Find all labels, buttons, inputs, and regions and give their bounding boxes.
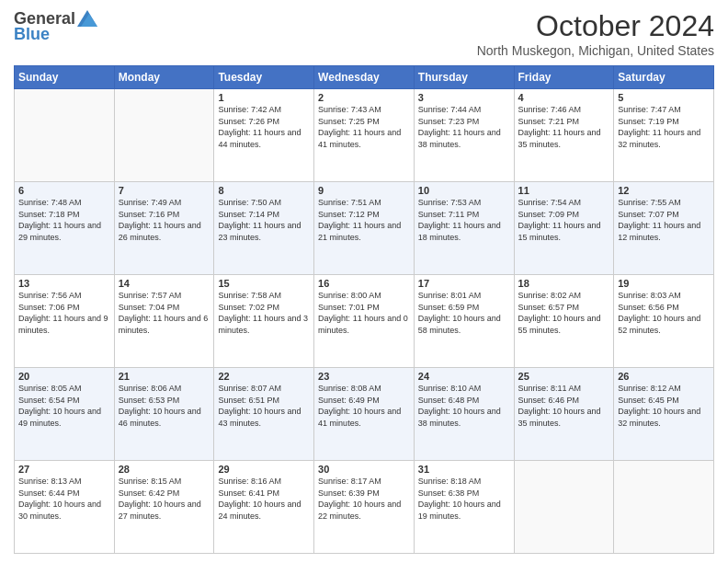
table-row: 28Sunrise: 8:15 AMSunset: 6:42 PMDayligh…	[114, 461, 214, 554]
table-row: 15Sunrise: 7:58 AMSunset: 7:02 PMDayligh…	[214, 275, 314, 368]
logo-icon	[77, 10, 97, 27]
day-number: 7	[119, 185, 210, 196]
month-title: October 2024	[477, 9, 714, 43]
table-row: 25Sunrise: 8:11 AMSunset: 6:46 PMDayligh…	[514, 368, 614, 461]
day-number: 31	[418, 464, 510, 475]
day-info: Sunrise: 8:17 AMSunset: 6:39 PMDaylight:…	[318, 476, 410, 522]
day-number: 2	[318, 92, 410, 103]
calendar-header-row: Sunday Monday Tuesday Wednesday Thursday…	[15, 66, 714, 89]
day-info: Sunrise: 7:42 AMSunset: 7:26 PMDaylight:…	[218, 104, 310, 150]
table-row: 30Sunrise: 8:17 AMSunset: 6:39 PMDayligh…	[314, 461, 415, 554]
table-row: 17Sunrise: 8:01 AMSunset: 6:59 PMDayligh…	[414, 275, 514, 368]
day-number: 9	[318, 185, 410, 196]
table-row	[114, 89, 214, 182]
col-saturday: Saturday	[614, 66, 714, 89]
day-number: 12	[618, 185, 710, 196]
day-info: Sunrise: 7:56 AMSunset: 7:06 PMDaylight:…	[18, 290, 110, 336]
day-info: Sunrise: 7:53 AMSunset: 7:11 PMDaylight:…	[418, 197, 510, 243]
day-info: Sunrise: 8:12 AMSunset: 6:45 PMDaylight:…	[618, 383, 710, 429]
day-info: Sunrise: 8:02 AMSunset: 6:57 PMDaylight:…	[518, 290, 610, 336]
table-row: 18Sunrise: 8:02 AMSunset: 6:57 PMDayligh…	[514, 275, 614, 368]
day-number: 22	[218, 371, 310, 382]
day-info: Sunrise: 8:01 AMSunset: 6:59 PMDaylight:…	[418, 290, 510, 336]
day-info: Sunrise: 8:03 AMSunset: 6:56 PMDaylight:…	[618, 290, 710, 336]
day-info: Sunrise: 8:18 AMSunset: 6:38 PMDaylight:…	[418, 476, 510, 522]
day-number: 15	[218, 278, 310, 289]
calendar-table: Sunday Monday Tuesday Wednesday Thursday…	[14, 65, 714, 554]
table-row: 1Sunrise: 7:42 AMSunset: 7:26 PMDaylight…	[214, 89, 314, 182]
title-block: October 2024 North Muskegon, Michigan, U…	[477, 9, 714, 58]
table-row	[614, 461, 714, 554]
day-number: 5	[618, 92, 710, 103]
day-info: Sunrise: 8:00 AMSunset: 7:01 PMDaylight:…	[318, 290, 410, 336]
day-number: 1	[218, 92, 310, 103]
day-number: 25	[518, 371, 610, 382]
day-number: 4	[518, 92, 610, 103]
day-number: 29	[218, 464, 310, 475]
col-friday: Friday	[514, 66, 614, 89]
table-row: 13Sunrise: 7:56 AMSunset: 7:06 PMDayligh…	[15, 275, 115, 368]
col-thursday: Thursday	[414, 66, 514, 89]
day-number: 21	[119, 371, 210, 382]
table-row: 26Sunrise: 8:12 AMSunset: 6:45 PMDayligh…	[614, 368, 714, 461]
table-row: 10Sunrise: 7:53 AMSunset: 7:11 PMDayligh…	[414, 182, 514, 275]
day-info: Sunrise: 7:49 AMSunset: 7:16 PMDaylight:…	[119, 197, 210, 243]
day-info: Sunrise: 7:48 AMSunset: 7:18 PMDaylight:…	[18, 197, 110, 243]
col-wednesday: Wednesday	[314, 66, 415, 89]
table-row: 24Sunrise: 8:10 AMSunset: 6:48 PMDayligh…	[414, 368, 514, 461]
col-tuesday: Tuesday	[214, 66, 314, 89]
day-info: Sunrise: 7:46 AMSunset: 7:21 PMDaylight:…	[518, 104, 610, 150]
table-row: 8Sunrise: 7:50 AMSunset: 7:14 PMDaylight…	[214, 182, 314, 275]
day-number: 24	[418, 371, 510, 382]
col-sunday: Sunday	[15, 66, 115, 89]
table-row: 4Sunrise: 7:46 AMSunset: 7:21 PMDaylight…	[514, 89, 614, 182]
day-info: Sunrise: 8:05 AMSunset: 6:54 PMDaylight:…	[18, 383, 110, 429]
day-number: 20	[18, 371, 110, 382]
logo: General Blue	[14, 9, 97, 44]
table-row: 7Sunrise: 7:49 AMSunset: 7:16 PMDaylight…	[114, 182, 214, 275]
day-info: Sunrise: 7:43 AMSunset: 7:25 PMDaylight:…	[318, 104, 410, 150]
table-row: 19Sunrise: 8:03 AMSunset: 6:56 PMDayligh…	[614, 275, 714, 368]
table-row: 20Sunrise: 8:05 AMSunset: 6:54 PMDayligh…	[15, 368, 115, 461]
table-row: 31Sunrise: 8:18 AMSunset: 6:38 PMDayligh…	[414, 461, 514, 554]
day-info: Sunrise: 8:16 AMSunset: 6:41 PMDaylight:…	[218, 476, 310, 522]
table-row: 11Sunrise: 7:54 AMSunset: 7:09 PMDayligh…	[514, 182, 614, 275]
table-row: 16Sunrise: 8:00 AMSunset: 7:01 PMDayligh…	[314, 275, 415, 368]
day-number: 18	[518, 278, 610, 289]
day-info: Sunrise: 8:11 AMSunset: 6:46 PMDaylight:…	[518, 383, 610, 429]
day-number: 27	[18, 464, 110, 475]
table-row: 2Sunrise: 7:43 AMSunset: 7:25 PMDaylight…	[314, 89, 415, 182]
day-number: 11	[518, 185, 610, 196]
day-number: 6	[18, 185, 110, 196]
table-row: 12Sunrise: 7:55 AMSunset: 7:07 PMDayligh…	[614, 182, 714, 275]
day-number: 16	[318, 278, 410, 289]
table-row: 27Sunrise: 8:13 AMSunset: 6:44 PMDayligh…	[15, 461, 115, 554]
day-number: 23	[318, 371, 410, 382]
day-info: Sunrise: 7:44 AMSunset: 7:23 PMDaylight:…	[418, 104, 510, 150]
day-number: 19	[618, 278, 710, 289]
day-number: 17	[418, 278, 510, 289]
table-row: 29Sunrise: 8:16 AMSunset: 6:41 PMDayligh…	[214, 461, 314, 554]
day-info: Sunrise: 8:07 AMSunset: 6:51 PMDaylight:…	[218, 383, 310, 429]
table-row: 23Sunrise: 8:08 AMSunset: 6:49 PMDayligh…	[314, 368, 415, 461]
day-number: 28	[119, 464, 210, 475]
table-row: 3Sunrise: 7:44 AMSunset: 7:23 PMDaylight…	[414, 89, 514, 182]
page: General Blue October 2024 North Muskegon…	[0, 0, 728, 563]
location-title: North Muskegon, Michigan, United States	[477, 43, 714, 58]
table-row: 22Sunrise: 8:07 AMSunset: 6:51 PMDayligh…	[214, 368, 314, 461]
table-row: 6Sunrise: 7:48 AMSunset: 7:18 PMDaylight…	[15, 182, 115, 275]
table-row: 9Sunrise: 7:51 AMSunset: 7:12 PMDaylight…	[314, 182, 415, 275]
day-number: 13	[18, 278, 110, 289]
table-row: 5Sunrise: 7:47 AMSunset: 7:19 PMDaylight…	[614, 89, 714, 182]
table-row: 14Sunrise: 7:57 AMSunset: 7:04 PMDayligh…	[114, 275, 214, 368]
day-number: 3	[418, 92, 510, 103]
table-row: 21Sunrise: 8:06 AMSunset: 6:53 PMDayligh…	[114, 368, 214, 461]
day-info: Sunrise: 7:47 AMSunset: 7:19 PMDaylight:…	[618, 104, 710, 150]
day-number: 26	[618, 371, 710, 382]
header: General Blue October 2024 North Muskegon…	[14, 9, 714, 58]
day-number: 8	[218, 185, 310, 196]
day-number: 10	[418, 185, 510, 196]
day-info: Sunrise: 7:58 AMSunset: 7:02 PMDaylight:…	[218, 290, 310, 336]
day-number: 14	[119, 278, 210, 289]
table-row	[15, 89, 115, 182]
